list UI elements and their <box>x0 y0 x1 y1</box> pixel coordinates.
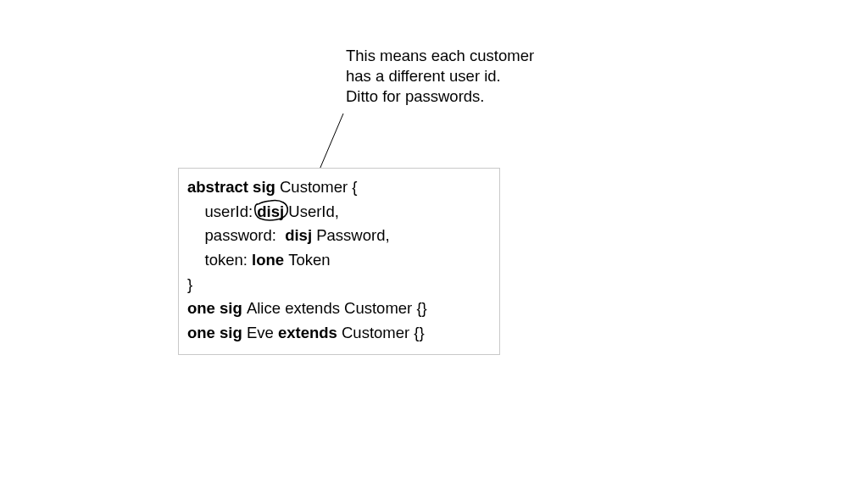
field-label: password: <box>205 226 286 244</box>
field-type: UserId, <box>284 202 339 220</box>
annotation-text: This means each customer has a different… <box>346 46 583 107</box>
annotation-line: has a different user id. <box>346 66 583 86</box>
code-line: password: disj Password, <box>187 224 491 248</box>
close-brace: } <box>187 275 192 293</box>
keyword-abstract-sig: abstract sig <box>187 178 280 196</box>
annotation-line: Ditto for passwords. <box>346 86 583 107</box>
indent <box>187 251 205 269</box>
annotation-line: This means each customer <box>346 46 583 66</box>
sig-name: Eve <box>247 324 278 341</box>
keyword-extends: extends <box>278 324 342 341</box>
sig-decl: Customer {} <box>342 324 425 341</box>
indent <box>187 202 205 220</box>
code-snippet-box: abstract sig Customer { userId: disj Use… <box>178 168 500 355</box>
field-type: Password, <box>316 226 389 244</box>
indent <box>187 226 205 244</box>
circled-keyword: disj <box>257 200 284 225</box>
code-line: abstract sig Customer { <box>187 175 491 200</box>
sig-name: Customer { <box>280 178 358 196</box>
field-label: token: <box>205 251 253 269</box>
sig-decl: Alice extends Customer {} <box>247 299 427 317</box>
code-line: one sig Eve extends Customer {} <box>187 321 491 346</box>
keyword-one-sig: one sig <box>187 299 247 317</box>
keyword-one-sig: one sig <box>187 324 247 341</box>
keyword-disj: disj <box>257 202 284 220</box>
code-line: } <box>187 273 491 297</box>
code-line: userId: disj UserId, <box>187 200 491 225</box>
keyword-lone: lone <box>252 251 288 269</box>
field-label: userId: <box>205 202 258 220</box>
code-line: one sig Alice extends Customer {} <box>187 297 491 321</box>
field-type: Token <box>288 251 330 269</box>
code-line: token: lone Token <box>187 248 491 273</box>
keyword-disj: disj <box>285 226 316 244</box>
